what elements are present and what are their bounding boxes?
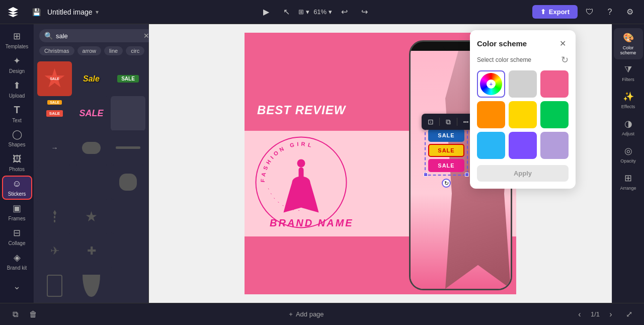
swatch-yellow[interactable] (509, 101, 537, 128)
copy-button[interactable]: ⧉ (442, 115, 455, 128)
sticker-cell-9[interactable] (111, 130, 145, 165)
sticker-cell-2[interactable]: Sale (74, 61, 109, 96)
sticker-cell-11[interactable] (74, 165, 109, 200)
color-scheme-panel: Color scheme ✕ Select color scheme ↻ + (470, 30, 576, 189)
resize-handle-bl[interactable] (424, 173, 428, 177)
sidebar-item-design[interactable]: ✦ Design (2, 53, 32, 76)
right-panel-effects[interactable]: ✨ Effects (614, 87, 643, 113)
search-input[interactable] (56, 32, 140, 40)
trash-button[interactable]: 🗑 (26, 307, 40, 321)
canvas-area[interactable]: BEST REVIEW (149, 24, 612, 303)
zoom-control[interactable]: 61% ▾ (313, 8, 332, 16)
adjust-icon: ◑ (624, 118, 632, 129)
sticker-cell-10[interactable] (37, 165, 72, 200)
sticker-cell-4[interactable]: SALE SALE (37, 96, 72, 131)
right-panel-adjust[interactable]: ◑ Adjust (614, 114, 643, 140)
sale-tag-blue: SALE (428, 129, 464, 142)
chip-line[interactable]: line (104, 46, 123, 55)
export-button[interactable]: ⬆ Export (532, 5, 578, 19)
panel-header: Color scheme ✕ (477, 37, 569, 49)
right-panel-color-scheme[interactable]: 🎨 Color scheme (614, 28, 643, 59)
undo-button[interactable]: ↩ (336, 4, 352, 20)
swatch-gray[interactable] (509, 70, 537, 98)
swatch-orange[interactable] (477, 101, 505, 128)
layout-control[interactable]: ⊞ ▾ (298, 8, 309, 16)
settings-button[interactable]: ⚙ (622, 4, 638, 20)
play-button[interactable]: ▶ (258, 4, 274, 20)
sale-stickers-selection[interactable]: SALE SALE SALE ↻ (425, 125, 468, 176)
sidebar-item-brand[interactable]: ◈ Brand kit (2, 250, 32, 273)
sticker-cell-18[interactable] (111, 234, 145, 269)
sidebar-item-text[interactable]: T Text (2, 102, 32, 126)
sidebar-item-shapes[interactable]: ◯ Shapes (2, 127, 32, 150)
right-panel-opacity[interactable]: ◎ Opacity (614, 141, 643, 168)
add-page-button[interactable]: + Add page (289, 310, 324, 318)
sticker-cell-8[interactable] (74, 130, 109, 165)
duplicate-button[interactable]: ⧉ (8, 307, 22, 321)
help-button[interactable]: ? (602, 4, 618, 20)
panel-close-button[interactable]: ✕ (556, 37, 569, 49)
stickers-panel: 🔍 ✕ Christmas arrow line circ SALE (34, 24, 149, 303)
filters-label: Filters (622, 77, 634, 82)
document-title-area[interactable]: 💾 Untitled image ▾ (28, 4, 99, 20)
sidebar-item-stickers[interactable]: ☺ Stickers (2, 176, 32, 199)
document-title[interactable]: Untitled image (47, 8, 93, 16)
chip-christmas[interactable]: Christmas (39, 46, 74, 55)
sticker-cell-20[interactable] (74, 268, 109, 303)
search-input-wrap[interactable]: 🔍 ✕ (39, 29, 154, 42)
sidebar-item-photos[interactable]: 🖼 Photos (2, 151, 32, 175)
crop-button[interactable]: ⊡ (424, 115, 437, 128)
page-indicator: 1/1 (591, 310, 600, 318)
panel-subtitle-row: Select color scheme ↻ (477, 54, 569, 65)
sticker-cell-19[interactable] (37, 268, 72, 303)
sticker-cell-12[interactable] (111, 165, 145, 200)
page-prev-button[interactable]: ‹ (573, 307, 587, 321)
refresh-button[interactable]: ↻ (561, 54, 569, 65)
swatch-green[interactable] (540, 101, 569, 128)
cursor-button[interactable]: ↖ (278, 4, 294, 20)
sticker-cell-3[interactable]: SALE (111, 61, 145, 96)
sticker-cell-1[interactable]: SALE (37, 61, 72, 96)
swatch-purple[interactable] (509, 132, 537, 159)
filters-icon: ⧩ (624, 64, 632, 75)
sticker-cell-17[interactable]: ✚ (74, 234, 109, 269)
resize-handle-br[interactable] (465, 173, 469, 177)
bottom-right: ‹ 1/1 › ⤢ (573, 307, 636, 321)
panel-subtitle: Select color scheme (477, 56, 531, 63)
swatch-pink[interactable] (540, 70, 569, 98)
sidebar-item-templates[interactable]: ⊞ Templates (2, 28, 32, 52)
save-icon: 💾 (28, 4, 44, 20)
sticker-cell-6[interactable] (111, 96, 145, 131)
sidebar-item-more[interactable]: ⌄ (2, 274, 32, 298)
page-next-button[interactable]: › (604, 307, 618, 321)
title-chevron[interactable]: ▾ (96, 9, 99, 16)
chip-circ[interactable]: circ (126, 46, 144, 55)
app-logo[interactable] (6, 5, 20, 19)
sticker-cell-15[interactable] (111, 199, 145, 234)
sticker-cell-13[interactable] (37, 199, 72, 234)
sticker-cell-7[interactable]: → (37, 130, 72, 165)
apply-button[interactable]: Apply (477, 165, 569, 182)
upload-label: Upload (9, 93, 25, 99)
sticker-cell-5[interactable]: SALE (74, 96, 109, 131)
right-panel-filters[interactable]: ⧩ Filters (614, 60, 643, 86)
sticker-cell-16[interactable]: ✈ (37, 234, 72, 269)
redo-button[interactable]: ↪ (356, 4, 372, 20)
sidebar-item-collage[interactable]: ⊟ Collage (2, 225, 32, 249)
rotate-handle[interactable]: ↻ (442, 179, 451, 188)
expand-button[interactable]: ⤢ (622, 307, 636, 321)
chevron-down-icon: ⌄ (13, 281, 21, 292)
sidebar-item-upload[interactable]: ⬆ Upload (2, 77, 32, 101)
sidebar-item-frames[interactable]: ▣ Frames (2, 201, 32, 224)
sticker-cell-21[interactable] (111, 268, 145, 303)
right-panel-arrange[interactable]: ⊞ Arrange (614, 169, 643, 195)
opacity-label: Opacity (620, 158, 636, 164)
toolbar-right: ⬆ Export 🛡 ? ⚙ (532, 4, 638, 20)
swatch-lavender[interactable] (540, 132, 569, 159)
top-bar: 💾 Untitled image ▾ ▶ ↖ ⊞ ▾ 61% ▾ ↩ ↪ ⬆ E… (0, 0, 644, 24)
sticker-cell-14[interactable]: ★ (74, 199, 109, 234)
shield-button[interactable]: 🛡 (582, 4, 598, 20)
swatch-blue[interactable] (477, 132, 505, 159)
chip-arrow[interactable]: arrow (77, 46, 102, 55)
swatch-rainbow[interactable]: + (477, 70, 505, 98)
